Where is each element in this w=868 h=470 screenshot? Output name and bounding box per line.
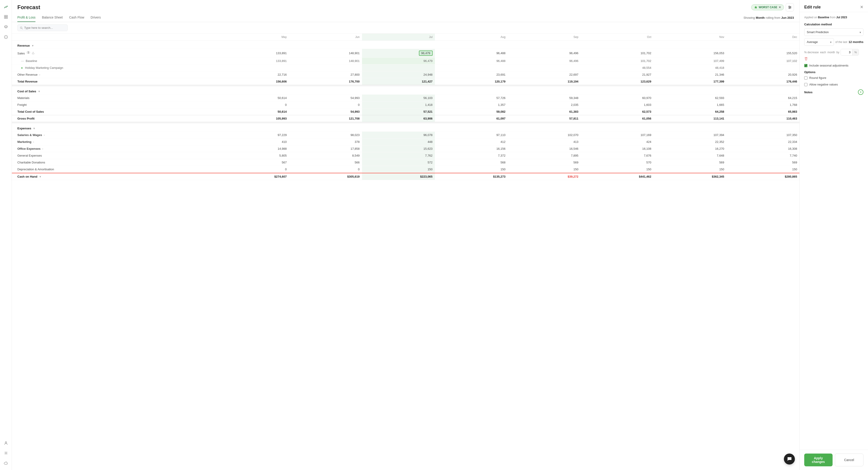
expenses-section-header: Expenses ▾ bbox=[12, 123, 800, 132]
percent-decrease-label: % decrease bbox=[804, 51, 818, 54]
depreciation-label: Depreciation & Amortisation bbox=[12, 166, 216, 173]
sales-dec: 155,520 bbox=[726, 49, 800, 58]
search-input[interactable] bbox=[24, 26, 65, 29]
campaign-oct: 48,554 bbox=[581, 64, 654, 71]
notes-section: Notes + bbox=[804, 89, 863, 95]
office-expenses-row: Office Expenses › 14,98817,858 15,623 16… bbox=[12, 145, 800, 152]
cancel-button[interactable]: Cancel bbox=[835, 453, 864, 466]
baseline-row: — Baseline 133,891 148,901 96,479 96,488… bbox=[12, 58, 800, 64]
search-input-wrap[interactable] bbox=[18, 25, 68, 31]
sales-jun: 148,901 bbox=[289, 49, 362, 58]
options-section: Options Round figure Allow negative valu… bbox=[804, 70, 863, 86]
calc-method-select-row: Smart Prediction Average Manual Fixed Gr… bbox=[804, 28, 863, 36]
materials-label: Materials bbox=[12, 95, 216, 101]
showing-period: Month bbox=[756, 16, 765, 20]
add-note-button[interactable]: + bbox=[858, 89, 863, 95]
seasonal-checkbox-row: Include seasonal adjustments bbox=[804, 64, 863, 67]
other-revenue-row: Other Revenue › 22,716 27,800 24,948 23,… bbox=[12, 71, 800, 78]
avg-select[interactable]: Average Last value Median bbox=[804, 38, 834, 46]
baseline-sep: 96,496 bbox=[508, 58, 581, 64]
worst-case-label: WORST CASE bbox=[759, 6, 777, 9]
nav-icon-chat[interactable] bbox=[2, 33, 10, 41]
nav-icon-grid[interactable] bbox=[2, 13, 10, 21]
worst-case-badge[interactable]: WORST CASE ✕ bbox=[751, 4, 784, 10]
gross-profit-row: Gross Profit 105,993121,708 63,906 61,09… bbox=[12, 115, 800, 122]
close-panel-button[interactable]: ✕ bbox=[860, 5, 863, 9]
nav-icon-cloud[interactable] bbox=[2, 459, 10, 467]
campaign-nov: 48,418 bbox=[654, 64, 726, 71]
apply-changes-button[interactable]: Apply changes bbox=[804, 453, 833, 466]
percent-input[interactable] bbox=[841, 49, 852, 55]
showing-label: Showing bbox=[743, 16, 755, 20]
right-panel: Edit rule ✕ Applied on Baseline from Jul… bbox=[800, 0, 868, 470]
of-last-label: of the last bbox=[835, 40, 847, 44]
worst-case-close[interactable]: ✕ bbox=[779, 6, 781, 9]
svg-line-17 bbox=[22, 28, 23, 29]
sales-oct: 101,702 bbox=[581, 49, 654, 58]
charitable-row: Charitable Donations 567566 572 56856957… bbox=[12, 159, 800, 166]
other-revenue-label: Other Revenue › bbox=[12, 71, 216, 78]
svg-point-8 bbox=[5, 442, 7, 443]
nav-icon-chart[interactable] bbox=[2, 3, 10, 11]
percent-sign: % bbox=[852, 49, 859, 55]
percent-input-wrap[interactable]: % bbox=[841, 49, 859, 56]
cos-label: Cost of Sales ▾ bbox=[12, 86, 216, 95]
cash-oct: $441,462 bbox=[581, 173, 654, 180]
sales-may: 133,891 bbox=[216, 49, 289, 58]
col-header-oct: Oct bbox=[581, 34, 654, 41]
notes-label: Notes bbox=[804, 90, 812, 94]
svg-rect-2 bbox=[4, 17, 6, 19]
sales-sep: 96,496 bbox=[508, 49, 581, 58]
total-revenue-label: Total Revenue bbox=[12, 78, 216, 85]
round-figure-label: Round figure bbox=[809, 76, 826, 80]
revenue-label: Revenue ▾ bbox=[12, 41, 216, 49]
cash-jun: $305,619 bbox=[289, 173, 362, 180]
baseline-dec: 107,102 bbox=[726, 58, 800, 64]
right-panel-header: Edit rule ✕ bbox=[800, 0, 868, 12]
avg-row: Average Last value Median of the last 12… bbox=[804, 38, 863, 46]
delete-percent-button[interactable] bbox=[804, 57, 808, 61]
round-figure-row: Round figure bbox=[804, 76, 863, 80]
other-rev-jun: 27,800 bbox=[289, 71, 362, 78]
campaign-jul bbox=[362, 64, 435, 71]
right-panel-content: Applied on Baseline from Jul 2023 Calcul… bbox=[800, 12, 868, 450]
sales-jul[interactable]: 96,479 bbox=[362, 49, 435, 58]
search-bar bbox=[12, 22, 800, 34]
general-expenses-label: General Expenses bbox=[12, 152, 216, 159]
col-header-label bbox=[12, 34, 216, 41]
tab-cash-flow[interactable]: Cash Flow bbox=[69, 13, 84, 22]
calc-method-select[interactable]: Smart Prediction Average Manual Fixed Gr… bbox=[804, 28, 863, 36]
other-rev-oct: 21,927 bbox=[581, 71, 654, 78]
cash-dec: $280,865 bbox=[726, 173, 800, 180]
filter-button[interactable] bbox=[786, 3, 794, 11]
total-rev-dec: 176,446 bbox=[726, 78, 800, 85]
calc-method-select-wrapper[interactable]: Smart Prediction Average Manual Fixed Gr… bbox=[804, 28, 863, 36]
tab-balance-sheet[interactable]: Balance Sheet bbox=[42, 13, 63, 22]
charitable-label: Charitable Donations bbox=[12, 159, 216, 166]
tab-profit-loss[interactable]: Profit & Loss bbox=[18, 13, 35, 22]
other-rev-sep: 22,697 bbox=[508, 71, 581, 78]
cos-section-header: Cost of Sales ▾ bbox=[12, 86, 800, 95]
total-rev-sep: 119,194 bbox=[508, 78, 581, 85]
tab-drivers[interactable]: Drivers bbox=[91, 13, 101, 22]
nav-icon-layers[interactable] bbox=[2, 23, 10, 31]
office-expenses-label: Office Expenses › bbox=[12, 145, 216, 152]
total-rev-aug: 120,179 bbox=[435, 78, 508, 85]
total-rev-jun: 176,700 bbox=[289, 78, 362, 85]
other-rev-may: 22,716 bbox=[216, 71, 289, 78]
nav-icon-users[interactable] bbox=[2, 439, 10, 447]
baseline-jul: 96,479 bbox=[362, 58, 435, 64]
allow-negative-checkbox[interactable] bbox=[804, 83, 807, 86]
chat-bubble-button[interactable] bbox=[784, 453, 795, 465]
svg-point-13 bbox=[789, 6, 789, 7]
marketing-row: Marketing › 410378 448 41241342422,35222… bbox=[12, 139, 800, 145]
header-actions: WORST CASE ✕ bbox=[751, 3, 794, 11]
freight-label: Freight bbox=[12, 101, 216, 108]
right-panel-footer: Apply changes Cancel bbox=[800, 450, 868, 470]
nav-icon-settings[interactable] bbox=[2, 449, 10, 457]
avg-select-wrapper[interactable]: Average Last value Median bbox=[804, 38, 834, 46]
nav-sidebar bbox=[0, 0, 12, 470]
seasonal-checkbox[interactable] bbox=[804, 64, 807, 67]
svg-point-6 bbox=[6, 37, 6, 37]
round-figure-checkbox[interactable] bbox=[804, 76, 807, 80]
